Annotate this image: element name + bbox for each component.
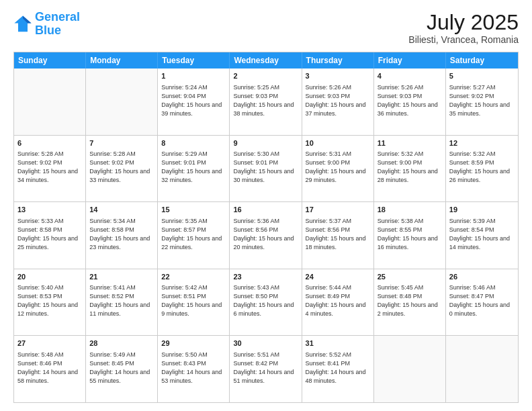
logo-line2: Blue <box>35 24 61 37</box>
calendar: SundayMondayTuesdayWednesdayThursdayFrid… <box>13 52 519 403</box>
day-info: Sunrise: 5:35 AM Sunset: 8:57 PM Dayligh… <box>161 217 226 252</box>
logo: General Blue <box>13 11 80 38</box>
calendar-cell <box>14 68 86 135</box>
day-info: Sunrise: 5:39 AM Sunset: 8:54 PM Dayligh… <box>449 217 515 252</box>
calendar-body: 1Sunrise: 5:24 AM Sunset: 9:04 PM Daylig… <box>14 68 518 402</box>
day-number: 10 <box>306 138 370 148</box>
day-number: 24 <box>306 272 370 282</box>
header-cell-sunday: Sunday <box>14 52 86 68</box>
calendar-cell: 13Sunrise: 5:33 AM Sunset: 8:58 PM Dayli… <box>14 202 86 269</box>
calendar-week-2: 6Sunrise: 5:28 AM Sunset: 9:02 PM Daylig… <box>14 136 518 203</box>
day-info: Sunrise: 5:41 AM Sunset: 8:52 PM Dayligh… <box>89 283 154 318</box>
calendar-cell: 8Sunrise: 5:29 AM Sunset: 9:01 PM Daylig… <box>158 136 230 202</box>
day-info: Sunrise: 5:38 AM Sunset: 8:55 PM Dayligh… <box>378 217 442 252</box>
day-number: 23 <box>233 272 298 282</box>
calendar-cell: 28Sunrise: 5:49 AM Sunset: 8:45 PM Dayli… <box>86 336 158 402</box>
day-info: Sunrise: 5:31 AM Sunset: 9:00 PM Dayligh… <box>306 150 370 185</box>
calendar-cell: 14Sunrise: 5:34 AM Sunset: 8:58 PM Dayli… <box>86 202 158 269</box>
calendar-cell: 1Sunrise: 5:24 AM Sunset: 9:04 PM Daylig… <box>158 68 230 135</box>
calendar-cell: 5Sunrise: 5:27 AM Sunset: 9:02 PM Daylig… <box>446 68 518 135</box>
day-info: Sunrise: 5:43 AM Sunset: 8:50 PM Dayligh… <box>233 283 298 318</box>
header-cell-monday: Monday <box>86 52 158 68</box>
calendar-cell: 31Sunrise: 5:52 AM Sunset: 8:41 PM Dayli… <box>302 336 374 402</box>
header-cell-saturday: Saturday <box>446 52 518 68</box>
day-info: Sunrise: 5:46 AM Sunset: 8:47 PM Dayligh… <box>449 283 515 318</box>
day-info: Sunrise: 5:29 AM Sunset: 9:01 PM Dayligh… <box>161 150 226 185</box>
day-info: Sunrise: 5:45 AM Sunset: 8:48 PM Dayligh… <box>378 283 442 318</box>
calendar-cell: 10Sunrise: 5:31 AM Sunset: 9:00 PM Dayli… <box>302 136 374 202</box>
calendar-subtitle: Biliesti, Vrancea, Romania <box>408 34 519 45</box>
day-number: 4 <box>378 71 442 81</box>
header: General Blue July 2025 Biliesti, Vrancea… <box>13 11 519 45</box>
day-info: Sunrise: 5:49 AM Sunset: 8:45 PM Dayligh… <box>89 351 154 385</box>
day-info: Sunrise: 5:48 AM Sunset: 8:46 PM Dayligh… <box>17 351 82 385</box>
day-info: Sunrise: 5:37 AM Sunset: 8:56 PM Dayligh… <box>306 217 370 252</box>
calendar-cell: 16Sunrise: 5:36 AM Sunset: 8:56 PM Dayli… <box>230 202 302 269</box>
day-info: Sunrise: 5:26 AM Sunset: 9:03 PM Dayligh… <box>378 83 442 118</box>
day-number: 9 <box>233 138 298 148</box>
calendar-cell: 2Sunrise: 5:25 AM Sunset: 9:03 PM Daylig… <box>230 68 302 135</box>
day-number: 20 <box>17 272 82 282</box>
calendar-cell: 29Sunrise: 5:50 AM Sunset: 8:43 PM Dayli… <box>158 336 230 402</box>
logo-icon <box>13 15 32 34</box>
day-number: 3 <box>306 71 370 81</box>
calendar-cell: 27Sunrise: 5:48 AM Sunset: 8:46 PM Dayli… <box>14 336 86 402</box>
day-info: Sunrise: 5:27 AM Sunset: 9:02 PM Dayligh… <box>449 83 515 118</box>
day-number: 31 <box>306 338 370 349</box>
day-info: Sunrise: 5:32 AM Sunset: 8:59 PM Dayligh… <box>449 150 515 185</box>
day-number: 18 <box>378 205 442 215</box>
title-block: July 2025 Biliesti, Vrancea, Romania <box>408 11 519 45</box>
calendar-week-1: 1Sunrise: 5:24 AM Sunset: 9:04 PM Daylig… <box>14 68 518 136</box>
calendar-cell: 12Sunrise: 5:32 AM Sunset: 8:59 PM Dayli… <box>446 136 518 202</box>
calendar-cell: 25Sunrise: 5:45 AM Sunset: 8:48 PM Dayli… <box>374 269 446 336</box>
day-info: Sunrise: 5:26 AM Sunset: 9:03 PM Dayligh… <box>306 83 370 118</box>
day-info: Sunrise: 5:51 AM Sunset: 8:42 PM Dayligh… <box>233 351 298 385</box>
day-number: 28 <box>89 338 154 349</box>
calendar-cell: 26Sunrise: 5:46 AM Sunset: 8:47 PM Dayli… <box>446 269 518 336</box>
calendar-cell: 20Sunrise: 5:40 AM Sunset: 8:53 PM Dayli… <box>14 269 86 336</box>
calendar-cell: 4Sunrise: 5:26 AM Sunset: 9:03 PM Daylig… <box>374 68 446 135</box>
calendar-cell: 18Sunrise: 5:38 AM Sunset: 8:55 PM Dayli… <box>374 202 446 269</box>
calendar-cell: 17Sunrise: 5:37 AM Sunset: 8:56 PM Dayli… <box>302 202 374 269</box>
day-info: Sunrise: 5:33 AM Sunset: 8:58 PM Dayligh… <box>17 217 82 252</box>
day-number: 14 <box>89 205 154 215</box>
calendar-header-row: SundayMondayTuesdayWednesdayThursdayFrid… <box>14 52 518 68</box>
logo-line1: General <box>35 10 80 24</box>
day-info: Sunrise: 5:32 AM Sunset: 9:00 PM Dayligh… <box>378 150 442 185</box>
calendar-week-4: 20Sunrise: 5:40 AM Sunset: 8:53 PM Dayli… <box>14 269 518 336</box>
calendar-cell: 22Sunrise: 5:42 AM Sunset: 8:51 PM Dayli… <box>158 269 230 336</box>
day-number: 16 <box>233 205 298 215</box>
calendar-cell: 21Sunrise: 5:41 AM Sunset: 8:52 PM Dayli… <box>86 269 158 336</box>
day-info: Sunrise: 5:42 AM Sunset: 8:51 PM Dayligh… <box>161 283 226 318</box>
day-number: 25 <box>378 272 442 282</box>
calendar-cell: 9Sunrise: 5:30 AM Sunset: 9:01 PM Daylig… <box>230 136 302 202</box>
day-info: Sunrise: 5:52 AM Sunset: 8:41 PM Dayligh… <box>306 351 370 385</box>
day-number: 17 <box>306 205 370 215</box>
calendar-cell <box>86 68 158 135</box>
day-number: 22 <box>161 272 226 282</box>
calendar-cell: 15Sunrise: 5:35 AM Sunset: 8:57 PM Dayli… <box>158 202 230 269</box>
day-info: Sunrise: 5:40 AM Sunset: 8:53 PM Dayligh… <box>17 283 82 318</box>
day-number: 11 <box>378 138 442 148</box>
day-info: Sunrise: 5:28 AM Sunset: 9:02 PM Dayligh… <box>17 150 82 185</box>
day-number: 15 <box>161 205 226 215</box>
calendar-cell: 6Sunrise: 5:28 AM Sunset: 9:02 PM Daylig… <box>14 136 86 202</box>
header-cell-tuesday: Tuesday <box>158 52 230 68</box>
day-info: Sunrise: 5:25 AM Sunset: 9:03 PM Dayligh… <box>233 83 298 118</box>
day-number: 29 <box>161 338 226 349</box>
day-info: Sunrise: 5:28 AM Sunset: 9:02 PM Dayligh… <box>89 150 154 185</box>
logo-text: General Blue <box>35 11 80 38</box>
calendar-cell <box>374 336 446 402</box>
day-info: Sunrise: 5:44 AM Sunset: 8:49 PM Dayligh… <box>306 283 370 318</box>
day-info: Sunrise: 5:24 AM Sunset: 9:04 PM Dayligh… <box>161 83 226 118</box>
day-info: Sunrise: 5:30 AM Sunset: 9:01 PM Dayligh… <box>233 150 298 185</box>
day-number: 12 <box>449 138 515 148</box>
header-cell-friday: Friday <box>374 52 446 68</box>
calendar-cell: 7Sunrise: 5:28 AM Sunset: 9:02 PM Daylig… <box>86 136 158 202</box>
day-number: 8 <box>161 138 226 148</box>
calendar-cell: 11Sunrise: 5:32 AM Sunset: 9:00 PM Dayli… <box>374 136 446 202</box>
calendar-cell <box>446 336 518 402</box>
day-number: 2 <box>233 71 298 81</box>
day-info: Sunrise: 5:36 AM Sunset: 8:56 PM Dayligh… <box>233 217 298 252</box>
day-number: 30 <box>233 338 298 349</box>
